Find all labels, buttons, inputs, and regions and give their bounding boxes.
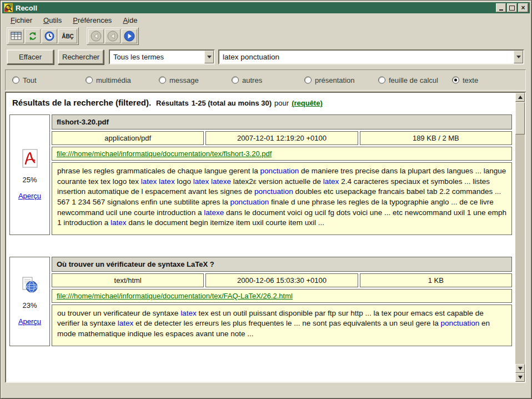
refresh-arrows-icon: [28, 31, 38, 41]
scroll-down-button[interactable]: [515, 364, 525, 373]
clear-search-button[interactable]: [8, 29, 24, 43]
result-main: Où trouver un vérificateur de syntaxe La…: [52, 257, 512, 346]
search-mode-value: Tous les termes: [110, 53, 204, 61]
search-mode-select[interactable]: Tous les termes: [109, 49, 215, 64]
radio-icon: [378, 77, 385, 84]
menu-item-preferences[interactable]: Préférences: [68, 14, 117, 26]
scroll-thumb[interactable]: [515, 102, 525, 134]
filter-radio-presentation[interactable]: présentation: [304, 76, 355, 84]
search-input[interactable]: [219, 53, 514, 61]
query-link[interactable]: (requête): [292, 99, 323, 107]
filter-label: texte: [463, 76, 478, 84]
result-mime: application/pdf: [52, 131, 204, 145]
recoll-app-icon: [4, 3, 13, 12]
radio-icon: [159, 77, 166, 84]
results-header: Résultats de la recherche (filtered). Ré…: [6, 93, 515, 109]
menu-item-aide[interactable]: Aide: [118, 14, 142, 26]
highlight-term: latex: [180, 309, 197, 317]
filter-label: autres: [242, 76, 262, 84]
radio-icon: [86, 77, 93, 84]
arrow-left-disabled-icon: [91, 31, 102, 42]
filter-label: présentation: [315, 76, 355, 84]
result-url-row: file:///home/michael/informatique/docume…: [52, 147, 512, 161]
window-controls: ×: [496, 3, 528, 12]
close-icon: ×: [521, 4, 525, 11]
result-table-icon: [11, 31, 22, 41]
filter-label: message: [169, 76, 199, 84]
chevron-down-icon: [204, 51, 214, 63]
abstract-text: dans le document begin itemize item uxil…: [127, 218, 324, 227]
result-meta-row: text/html2000-12-06 15:03:30 +01001 KB: [52, 273, 512, 287]
abc-spell-icon: ÂBÇ: [62, 33, 74, 39]
arrow-left-disabled-icon: [107, 31, 118, 42]
filter-label: multimédia: [96, 76, 131, 84]
result-url-link[interactable]: file:///home/michael/informatique/docume…: [57, 292, 293, 300]
menu-item-outils[interactable]: Outils: [38, 14, 67, 26]
result-abstract: phrase les regles grammaticales de chaqu…: [52, 162, 512, 235]
summary-prefix: Résultats: [156, 99, 189, 107]
query-entry: [218, 49, 524, 64]
status-bar: [2, 384, 530, 397]
title-bar[interactable]: Recoll ×: [2, 2, 530, 13]
abstract-text: phrase les regles grammaticales de chaqu…: [57, 167, 260, 175]
prev-page-button[interactable]: [105, 29, 121, 43]
clock-icon: [44, 31, 54, 41]
preview-link[interactable]: Aperçu: [18, 317, 41, 326]
result-size: 189 KB / 2 MB: [360, 131, 512, 145]
filter-radio-autres[interactable]: autres: [232, 76, 262, 84]
result-meta-row: application/pdf2007-12-01 12:19:20 +0100…: [52, 131, 512, 145]
radio-icon: [452, 77, 459, 84]
highlight-term: ponctuation: [260, 167, 299, 175]
result-abstract: ou trouver un verificateur de syntaxe la…: [52, 305, 512, 346]
scroll-trough[interactable]: [515, 135, 525, 364]
query-history-chevron-icon[interactable]: [514, 51, 523, 63]
next-page-button[interactable]: [122, 29, 137, 43]
maximize-button[interactable]: [507, 3, 517, 12]
result-mime: text/html: [52, 273, 204, 287]
summary-range: 1-25 (total au moins 30): [192, 99, 272, 107]
summary-pour: pour: [274, 99, 289, 107]
result-date: 2000-12-06 15:03:30 +0100: [205, 273, 358, 287]
filter-radio-multimedia[interactable]: multimédia: [86, 76, 131, 84]
result-size: 1 KB: [360, 273, 512, 287]
result-item: 23%AperçuOù trouver un vérificateur de s…: [9, 257, 512, 346]
scroll-up-button[interactable]: [515, 93, 525, 102]
filter-radio-texte[interactable]: texte: [452, 76, 478, 84]
first-page-button[interactable]: [88, 29, 104, 43]
result-url-row: file:///home/michael/informatique/docume…: [52, 289, 512, 303]
minimize-button[interactable]: [496, 3, 506, 12]
arrow-down-icon: [518, 367, 523, 370]
toolbar-group-nav: [87, 27, 139, 45]
scroll-down-button-outer[interactable]: [515, 373, 525, 382]
radio-icon: [304, 77, 312, 84]
clear-button[interactable]: Effacer: [7, 49, 54, 64]
filter-radio-feuille-de-calcul[interactable]: feuille de calcul: [378, 76, 438, 84]
minimize-icon: [499, 9, 503, 11]
radio-icon: [12, 77, 19, 84]
menu-item-fichier[interactable]: Fichier: [6, 14, 37, 26]
arrow-down-icon: [518, 376, 523, 379]
highlight-term: latex latexe: [193, 177, 231, 186]
maximize-icon: [509, 6, 515, 11]
filter-label: feuille de calcul: [389, 76, 438, 84]
radio-icon: [232, 77, 239, 84]
update-index-button[interactable]: [25, 29, 41, 43]
result-url-link[interactable]: file:///home/michael/informatique/docume…: [57, 149, 272, 158]
vertical-scrollbar[interactable]: [515, 93, 525, 382]
result-date: 2007-12-01 12:19:20 +0100: [205, 131, 358, 145]
history-button[interactable]: [42, 29, 57, 43]
search-button[interactable]: Rechercher: [58, 49, 104, 64]
filter-label: Tout: [23, 76, 37, 84]
close-button[interactable]: ×: [518, 3, 528, 12]
filter-radio-tout[interactable]: Tout: [12, 76, 37, 84]
preview-link[interactable]: Aperçu: [18, 192, 41, 200]
window-title: Recoll: [16, 4, 493, 12]
html-file-icon: [22, 277, 38, 293]
pdf-file-icon: [22, 149, 38, 168]
result-title: flshort-3.20.pdf: [52, 114, 512, 129]
highlight-term: latex: [323, 177, 339, 186]
recoll-window: Recoll × FichierOutilsPréférencesAide ÂB…: [0, 0, 532, 399]
filter-radio-message[interactable]: message: [159, 76, 199, 84]
term-explorer-button[interactable]: ÂBÇ: [58, 29, 77, 43]
result-side-panel: 25%Aperçu: [9, 114, 50, 235]
